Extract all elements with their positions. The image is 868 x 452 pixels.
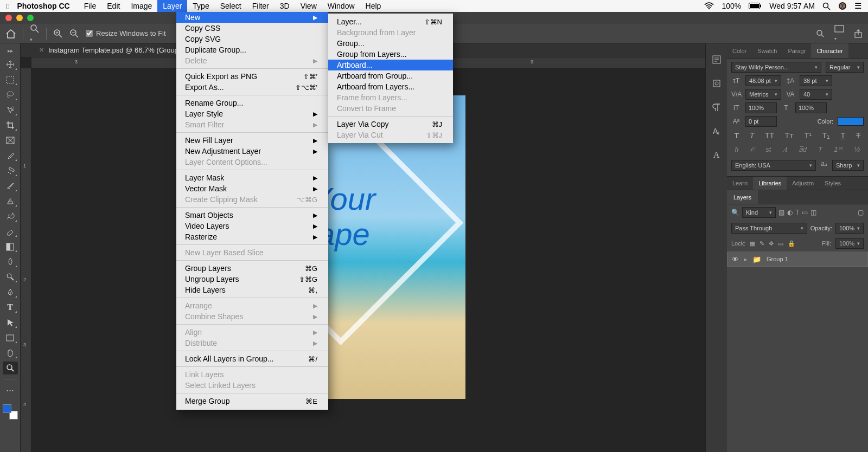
ot-st[interactable]: st bbox=[765, 145, 771, 154]
toolbar-toggle[interactable]: ▸▸ bbox=[8, 48, 13, 54]
ot-a[interactable]: 𝐴 bbox=[783, 145, 787, 154]
menu-file[interactable]: File bbox=[79, 0, 102, 12]
menu-view[interactable]: View bbox=[295, 0, 322, 12]
layer-menu-item[interactable]: Video Layers▶ bbox=[176, 221, 328, 231]
zoom-tool[interactable] bbox=[3, 361, 18, 374]
new-submenu-item[interactable]: Layer...⇧⌘N bbox=[328, 16, 453, 27]
frame-tool[interactable] bbox=[3, 134, 18, 147]
layer-item-group1[interactable]: 👁 ▸ 📁 Group 1 bbox=[727, 251, 868, 267]
layer-menu-item[interactable]: Layer Style▶ bbox=[176, 108, 328, 119]
filter-shape-icon[interactable]: ▭ bbox=[802, 209, 808, 216]
underline[interactable]: T bbox=[841, 131, 846, 140]
lock-paint-icon[interactable]: ✎ bbox=[760, 240, 764, 247]
resize-windows-checkbox[interactable]: Resize Windows to Fit bbox=[86, 29, 166, 37]
disclosure-icon[interactable]: ▸ bbox=[744, 256, 747, 262]
hscale-input[interactable]: 100% bbox=[795, 102, 827, 113]
filter-type-icon[interactable]: T bbox=[795, 209, 799, 216]
pen-tool[interactable] bbox=[3, 286, 18, 299]
dock-brushes-icon[interactable] bbox=[710, 77, 723, 90]
layer-menu-item[interactable]: Layer Mask▶ bbox=[176, 172, 328, 183]
ot-fi[interactable]: fi bbox=[735, 145, 739, 154]
menu-edit[interactable]: Edit bbox=[101, 0, 125, 12]
layer-menu-item[interactable]: Rasterize▶ bbox=[176, 231, 328, 242]
filter-adjust-icon[interactable]: ◐ bbox=[787, 209, 793, 216]
dock-glyphs-icon[interactable]: Aa bbox=[710, 125, 723, 138]
tracking-input[interactable]: 40▾ bbox=[800, 89, 832, 100]
layer-menu-item[interactable]: Group Layers⌘G bbox=[176, 263, 328, 274]
filter-pixel-icon[interactable]: ▧ bbox=[778, 209, 784, 216]
gradient-tool[interactable] bbox=[3, 240, 18, 253]
leading-input[interactable]: 38 pt▾ bbox=[800, 75, 832, 86]
history-brush-tool[interactable] bbox=[3, 210, 18, 223]
tab-learn[interactable]: Learn bbox=[727, 177, 753, 190]
app-name[interactable]: Photoshop CC bbox=[17, 2, 69, 10]
new-submenu-item[interactable]: Group... bbox=[328, 38, 453, 49]
layer-menu-item[interactable]: Rename Group... bbox=[176, 98, 328, 108]
lock-artboard-icon[interactable]: ▭ bbox=[778, 240, 783, 247]
new-submenu-item[interactable]: Artboard... bbox=[328, 60, 453, 70]
fill-input[interactable]: 100%▾ bbox=[835, 238, 864, 249]
ot-1st[interactable]: 1ˢᵗ bbox=[834, 145, 843, 154]
close-tab-icon[interactable]: ✕ bbox=[39, 47, 44, 54]
lock-pos-icon[interactable]: ✥ bbox=[769, 240, 774, 247]
layer-menu-item[interactable]: Copy CSS bbox=[176, 23, 328, 34]
eyedropper-tool[interactable] bbox=[3, 149, 18, 162]
tab-character[interactable]: Character bbox=[811, 43, 848, 58]
all-caps[interactable]: TT bbox=[765, 131, 774, 140]
menu-3d[interactable]: 3D bbox=[275, 0, 295, 12]
menu-filter[interactable]: Filter bbox=[247, 0, 275, 12]
siri-icon[interactable] bbox=[838, 2, 847, 10]
spotlight-icon[interactable] bbox=[822, 2, 831, 10]
edit-toolbar[interactable]: ⋯ bbox=[3, 384, 18, 397]
blur-tool[interactable] bbox=[3, 255, 18, 268]
wifi-icon[interactable] bbox=[704, 2, 714, 10]
font-family-select[interactable]: Stay Wildy Person...▾ bbox=[731, 62, 821, 73]
layer-menu-item[interactable]: Lock All Layers in Group...⌘/ bbox=[176, 353, 328, 364]
strikethrough[interactable]: T bbox=[856, 131, 861, 140]
tab-layers[interactable]: Layers bbox=[727, 190, 758, 204]
move-tool[interactable] bbox=[3, 58, 18, 71]
opacity-input[interactable]: 100%▾ bbox=[835, 223, 864, 234]
menu-help[interactable]: Help bbox=[360, 0, 387, 12]
hand-tool[interactable] bbox=[3, 346, 18, 359]
layer-menu-item[interactable]: Quick Export as PNG⇧⌘' bbox=[176, 71, 328, 82]
home-button[interactable] bbox=[5, 29, 16, 38]
tab-adjustments[interactable]: Adjustm bbox=[787, 177, 819, 190]
lock-trans-icon[interactable]: ▦ bbox=[750, 240, 755, 247]
layer-menu-item[interactable]: Hide Layers⌘, bbox=[176, 285, 328, 295]
color-swatches[interactable] bbox=[3, 404, 18, 419]
layer-menu-item[interactable]: New▶ bbox=[176, 12, 328, 23]
brush-tool[interactable] bbox=[3, 179, 18, 192]
eraser-tool[interactable] bbox=[3, 225, 18, 238]
layer-menu-item[interactable]: Duplicate Group... bbox=[176, 44, 328, 55]
subscript[interactable]: T₁ bbox=[822, 131, 830, 140]
menu-type[interactable]: Type bbox=[187, 0, 214, 12]
traffic-minimize[interactable] bbox=[16, 15, 23, 21]
lasso-tool[interactable] bbox=[3, 88, 18, 101]
zoom-out-icon[interactable] bbox=[69, 29, 79, 38]
new-submenu-item[interactable]: Group from Layers... bbox=[328, 49, 453, 60]
layer-menu-item[interactable]: Ungroup Layers⇧⌘G bbox=[176, 274, 328, 285]
clone-stamp-tool[interactable] bbox=[3, 195, 18, 208]
control-center-icon[interactable]: ☰ bbox=[854, 1, 861, 11]
font-style-select[interactable]: Regular▾ bbox=[826, 62, 864, 73]
quick-select-tool[interactable] bbox=[3, 104, 18, 117]
dock-paragraph-icon[interactable] bbox=[710, 101, 723, 114]
zoom-in-icon[interactable] bbox=[53, 29, 63, 38]
superscript[interactable]: T¹ bbox=[805, 131, 812, 140]
resize-windows-input[interactable] bbox=[86, 30, 93, 37]
layer-menu-item[interactable]: Copy SVG bbox=[176, 34, 328, 44]
type-tool[interactable]: T bbox=[3, 301, 18, 314]
blend-mode-select[interactable]: Pass Through▾ bbox=[731, 223, 807, 234]
document-tab[interactable]: ✕ Instagram Template.psd @ 66.7% (Group … bbox=[31, 43, 192, 57]
path-select-tool[interactable] bbox=[3, 316, 18, 329]
small-caps[interactable]: Tᴛ bbox=[785, 131, 794, 140]
share-icon[interactable] bbox=[854, 29, 863, 38]
text-color-swatch[interactable] bbox=[838, 117, 864, 126]
ot-ad[interactable]: a̅d bbox=[799, 145, 807, 154]
menu-window[interactable]: Window bbox=[322, 0, 360, 12]
tab-color[interactable]: Color bbox=[727, 43, 752, 58]
filter-toggle[interactable]: ▢ bbox=[858, 209, 864, 216]
tab-styles[interactable]: Styles bbox=[819, 177, 846, 190]
visibility-icon[interactable]: 👁 bbox=[732, 255, 739, 263]
